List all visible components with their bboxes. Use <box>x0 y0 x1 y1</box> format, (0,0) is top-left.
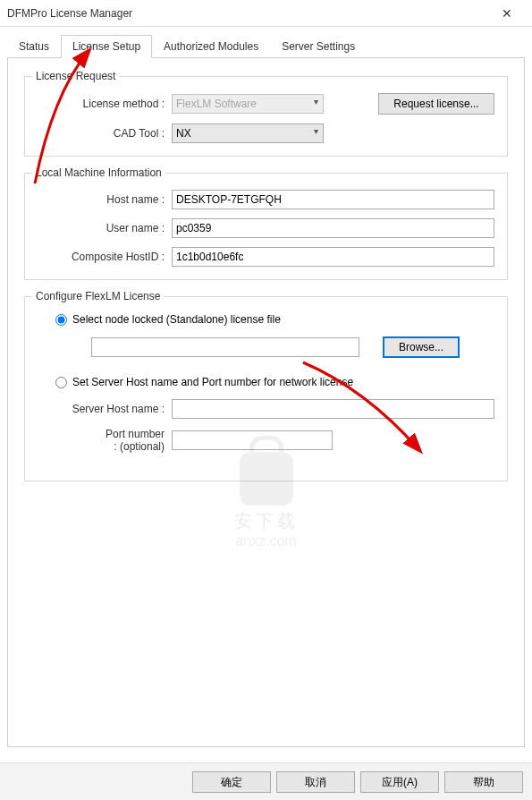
license-method-select[interactable]: FlexLM Software <box>172 94 324 114</box>
tab-license-setup[interactable]: License Setup <box>61 35 152 58</box>
cancel-button[interactable]: 取消 <box>276 771 355 793</box>
radio-server-label: Set Server Host name and Port number for… <box>72 376 353 388</box>
group-title-configure: Configure FlexLM License <box>32 290 164 302</box>
group-configure-flexlm: Configure FlexLM License Select node loc… <box>24 296 508 481</box>
group-title-local-machine: Local Machine Information <box>32 166 165 179</box>
help-button[interactable]: 帮助 <box>444 771 523 793</box>
group-title-license-request: License Request <box>32 70 119 82</box>
port-number-field[interactable] <box>172 430 333 450</box>
close-icon[interactable]: ✕ <box>489 6 525 21</box>
server-host-label: Server Host name : <box>38 403 172 415</box>
radio-server[interactable] <box>55 377 67 388</box>
tab-bar: Status License Setup Authorized Modules … <box>7 34 525 58</box>
user-name-label: User name : <box>38 222 172 234</box>
tab-authorized-modules[interactable]: Authorized Modules <box>152 35 270 58</box>
dialog-button-bar: 确定 取消 应用(A) 帮助 <box>0 762 532 800</box>
host-name-label: Host name : <box>38 193 172 206</box>
user-name-field[interactable] <box>172 218 494 238</box>
port-number-label: Port number : (optional) <box>38 428 172 454</box>
composite-hostid-field[interactable] <box>172 247 494 267</box>
request-license-button[interactable]: Request license... <box>378 93 494 115</box>
tab-server-settings[interactable]: Server Settings <box>270 35 367 58</box>
host-name-field[interactable] <box>172 190 494 209</box>
window-title: DFMPro License Manager <box>7 7 489 20</box>
server-host-field[interactable] <box>172 399 494 419</box>
content-area: Status License Setup Authorized Modules … <box>0 27 532 747</box>
cad-tool-select[interactable]: NX <box>172 123 324 143</box>
titlebar: DFMPro License Manager ✕ <box>0 0 532 27</box>
license-file-field[interactable] <box>91 337 359 357</box>
radio-node-locked-label: Select node locked (Standalone) license … <box>72 313 281 326</box>
radio-node-locked[interactable] <box>55 314 67 326</box>
browse-button[interactable]: Browse... <box>383 336 460 358</box>
license-method-label: License method : <box>38 98 172 110</box>
group-license-request: License Request License method : FlexLM … <box>24 76 508 157</box>
cad-tool-label: CAD Tool : <box>38 127 172 140</box>
apply-button[interactable]: 应用(A) <box>360 771 439 793</box>
group-local-machine: Local Machine Information Host name : Us… <box>24 173 508 280</box>
ok-button[interactable]: 确定 <box>192 771 271 793</box>
tab-status[interactable]: Status <box>7 35 61 58</box>
tab-panel: License Request License method : FlexLM … <box>7 58 525 747</box>
composite-hostid-label: Composite HostID : <box>38 251 172 263</box>
